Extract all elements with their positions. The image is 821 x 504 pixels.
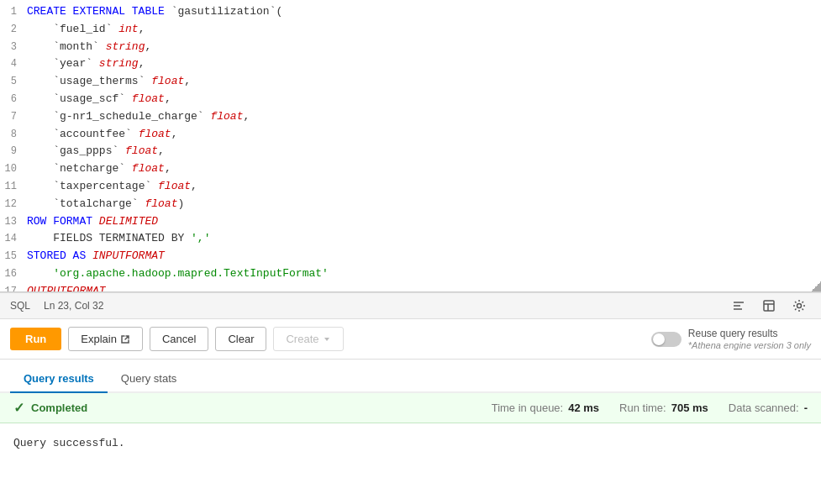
table-row: 4 `year` string, <box>0 55 821 73</box>
line-number: 13 <box>0 214 27 230</box>
toggle-knob <box>653 333 665 345</box>
reuse-query-toggle-container: Reuse query results *Athena engine versi… <box>651 328 811 351</box>
reuse-query-label: Reuse query results <box>688 328 811 341</box>
line-number: 17 <box>0 284 27 291</box>
queue-stat: Time in queue: 42 ms <box>492 402 599 414</box>
line-number: 14 <box>0 231 27 247</box>
toolbar-left: Run Explain Cancel Clear Create <box>10 327 344 351</box>
line-content: ROW FORMAT DELIMITED <box>27 213 158 231</box>
line-number: 5 <box>0 74 27 90</box>
runtime-label: Run time: <box>619 402 666 414</box>
line-number: 12 <box>0 197 27 213</box>
create-button[interactable]: Create <box>273 327 343 351</box>
table-row: 10 `netcharge` float, <box>0 160 821 178</box>
scanned-stat: Data scanned: - <box>729 402 808 414</box>
chevron-down-icon <box>323 335 331 344</box>
line-number: 8 <box>0 127 27 143</box>
format-icon[interactable] <box>727 294 750 318</box>
line-number: 10 <box>0 161 27 177</box>
line-content: `taxpercentage` float, <box>27 178 197 196</box>
table-icon[interactable] <box>757 294 781 318</box>
external-link-icon <box>120 334 130 344</box>
line-number: 1 <box>0 4 27 20</box>
table-row: 6 `usage_scf` float, <box>0 91 821 108</box>
table-row: 3 `month` string, <box>0 39 821 56</box>
queue-label: Time in queue: <box>492 402 564 414</box>
stats-right: Time in queue: 42 ms Run time: 705 ms Da… <box>492 402 808 414</box>
resize-handle[interactable] <box>811 281 821 291</box>
svg-rect-3 <box>764 301 774 311</box>
toolbar-right: Reuse query results *Athena engine versi… <box>651 328 811 351</box>
line-content: OUTPUTFORMAT <box>27 283 106 291</box>
toolbar: Run Explain Cancel Clear Create Reuse qu… <box>0 319 821 360</box>
table-row: 17OUTPUTFORMAT <box>0 283 821 291</box>
completion-status-bar: ✓ Completed Time in queue: 42 ms Run tim… <box>0 393 821 423</box>
table-row: 9 `gas_ppps` float, <box>0 143 821 160</box>
line-content: `fuel_id` int, <box>27 21 145 39</box>
line-content: `netcharge` float, <box>27 160 171 178</box>
line-content: `usage_scf` float, <box>27 91 171 108</box>
queue-value: 42 ms <box>568 402 599 414</box>
table-row: 2 `fuel_id` int, <box>0 21 821 39</box>
line-content: `accountfee` float, <box>27 126 177 144</box>
results-area: ✓ Completed Time in queue: 42 ms Run tim… <box>0 393 821 502</box>
table-row: 14 FIELDS TERMINATED BY ',' <box>0 230 821 248</box>
line-number: 6 <box>0 92 27 108</box>
line-content: `gas_ppps` float, <box>27 143 165 160</box>
line-content: `g-nr1_schedule_charge` float, <box>27 108 250 126</box>
run-button[interactable]: Run <box>10 328 61 350</box>
code-lines: 1CREATE EXTERNAL TABLE `gasutilization`(… <box>0 0 821 291</box>
line-content: CREATE EXTERNAL TABLE `gasutilization`( <box>27 3 282 21</box>
reuse-query-toggle[interactable] <box>651 332 682 347</box>
cursor-position: Ln 23, Col 32 <box>44 300 103 312</box>
line-content: STORED AS INPUTFORMAT <box>27 248 165 265</box>
line-number: 7 <box>0 109 27 125</box>
status-text: Completed <box>31 402 87 414</box>
table-row: 12 `totalcharge` float) <box>0 196 821 213</box>
status-icons <box>727 294 811 318</box>
table-row: 15STORED AS INPUTFORMAT <box>0 248 821 265</box>
cancel-button[interactable]: Cancel <box>150 327 208 351</box>
clear-button[interactable]: Clear <box>215 327 266 351</box>
language-indicator: SQL <box>10 300 30 312</box>
runtime-value: 705 ms <box>671 402 708 414</box>
line-content: `year` string, <box>27 55 145 73</box>
table-row: 1CREATE EXTERNAL TABLE `gasutilization`( <box>0 3 821 21</box>
line-content: 'org.apache.hadoop.mapred.TextInputForma… <box>27 265 329 283</box>
line-number: 2 <box>0 22 27 38</box>
tab-query-results[interactable]: Query results <box>10 365 108 393</box>
table-row: 11 `taxpercentage` float, <box>0 178 821 196</box>
tabs-bar: Query results Query stats <box>0 360 821 393</box>
line-content: `totalcharge` float) <box>27 196 184 213</box>
line-content: `usage_therms` float, <box>27 73 191 91</box>
code-editor[interactable]: 1CREATE EXTERNAL TABLE `gasutilization`(… <box>0 0 821 292</box>
tab-query-stats[interactable]: Query stats <box>108 365 190 393</box>
line-number: 9 <box>0 144 27 160</box>
check-icon: ✓ <box>13 400 24 416</box>
svg-point-6 <box>797 304 802 308</box>
line-number: 15 <box>0 249 27 265</box>
line-content: `month` string, <box>27 39 151 56</box>
line-number: 3 <box>0 39 27 55</box>
line-number: 11 <box>0 179 27 195</box>
line-number: 16 <box>0 266 27 282</box>
table-row: 7 `g-nr1_schedule_charge` float, <box>0 108 821 126</box>
line-content: FIELDS TERMINATED BY ',' <box>27 230 210 248</box>
status-left: SQL Ln 23, Col 32 <box>10 300 103 312</box>
athena-note: *Athena engine version 3 only <box>688 340 811 350</box>
completed-left: ✓ Completed <box>13 400 87 416</box>
explain-button[interactable]: Explain <box>68 327 143 351</box>
runtime-stat: Run time: 705 ms <box>619 402 708 414</box>
query-success-message: Query successful. <box>0 423 821 463</box>
scanned-value: - <box>804 402 808 414</box>
status-bar: SQL Ln 23, Col 32 <box>0 292 821 319</box>
table-row: 8 `accountfee` float, <box>0 126 821 144</box>
table-row: 13ROW FORMAT DELIMITED <box>0 213 821 231</box>
table-row: 5 `usage_therms` float, <box>0 73 821 91</box>
table-row: 16 'org.apache.hadoop.mapred.TextInputFo… <box>0 265 821 283</box>
settings-icon[interactable] <box>787 294 811 318</box>
scanned-label: Data scanned: <box>729 402 799 414</box>
line-number: 4 <box>0 56 27 72</box>
